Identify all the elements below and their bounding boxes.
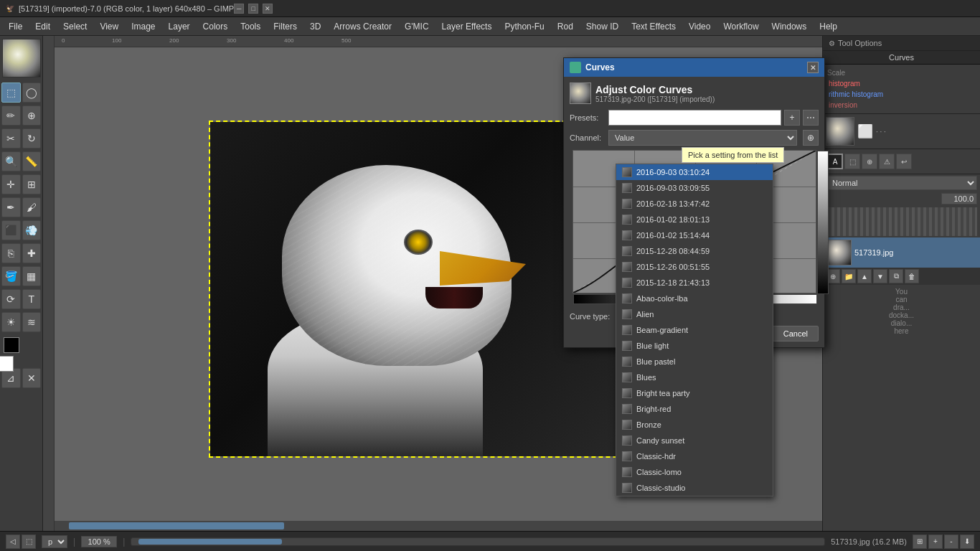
window-controls[interactable]: ─ □ ✕ xyxy=(234,4,273,14)
tool-measure[interactable]: 📏 xyxy=(22,151,42,171)
layer-row[interactable]: 517319.jpg xyxy=(823,237,980,268)
unit-selector[interactable]: px xyxy=(42,535,67,548)
tool-fill[interactable]: 🪣 xyxy=(1,266,21,286)
tool-rotate[interactable]: ↻ xyxy=(22,128,42,149)
tool-fuzzy-select[interactable]: ⊕ xyxy=(22,105,42,126)
layer-del-btn[interactable]: 🗑 xyxy=(905,269,919,283)
menu-workflow[interactable]: Workflow xyxy=(717,20,764,33)
icon-e[interactable]: ↩ xyxy=(896,154,912,169)
tool-airbrush[interactable]: 💨 xyxy=(22,220,42,240)
menu-edit[interactable]: Edit xyxy=(29,20,56,33)
menu-gmic[interactable]: G'MIC xyxy=(399,20,435,33)
tool-clone[interactable]: ⎘ xyxy=(1,243,21,263)
menu-image[interactable]: Image xyxy=(126,20,161,33)
menu-select[interactable]: Select xyxy=(57,20,93,33)
menu-colors[interactable]: Colors xyxy=(197,20,234,33)
cancel-btn[interactable]: Cancel xyxy=(773,326,819,342)
menu-3d[interactable]: 3D xyxy=(304,20,326,33)
menu-filters[interactable]: Filters xyxy=(268,20,303,33)
layer-down-btn[interactable]: ▼ xyxy=(873,269,887,283)
menu-show-id[interactable]: Show ID xyxy=(580,20,624,33)
channel-options-btn[interactable]: ⊕ xyxy=(803,130,819,146)
zoom-out-btn[interactable]: - xyxy=(944,534,958,549)
dropdown-item[interactable]: Candy sunset xyxy=(616,433,773,448)
icon-c[interactable]: ⊕ xyxy=(862,154,877,169)
dropdown-item[interactable]: Classic-lomo xyxy=(616,464,773,480)
tool-crop[interactable]: ✂ xyxy=(1,128,21,149)
menu-file[interactable]: File xyxy=(3,20,28,33)
canvas-scrollbar-thumb[interactable] xyxy=(69,522,284,529)
tool-ellipse-select[interactable]: ◯ xyxy=(22,83,42,103)
dropdown-item[interactable]: 2016-01-02 15:14:44 xyxy=(616,227,773,243)
menu-arrows[interactable]: Arrows Creator xyxy=(328,20,397,33)
tool-dodge[interactable]: ☀ xyxy=(1,312,21,332)
menu-windows[interactable]: Windows xyxy=(766,20,813,33)
mode-select[interactable]: Normal xyxy=(826,176,977,190)
channel-select[interactable]: Value Red Green Blue Alpha xyxy=(608,130,797,146)
minimize-btn[interactable]: ─ xyxy=(234,4,244,14)
dropdown-item[interactable]: Alien xyxy=(616,306,773,322)
presets-add-btn[interactable]: + xyxy=(784,110,800,126)
tool-lasso[interactable]: ✏ xyxy=(1,105,21,126)
dropdown-item[interactable]: Bright tea party xyxy=(616,385,773,401)
dropdown-item[interactable]: Abao-color-lba xyxy=(616,291,773,306)
dropdown-item[interactable]: Classic-hdr xyxy=(616,448,773,464)
nav-down-btn[interactable]: ⬇ xyxy=(960,534,974,549)
menu-help[interactable]: Help xyxy=(814,20,843,33)
tool-rect-select[interactable]: ⬚ xyxy=(1,83,21,103)
tool-smudge[interactable]: ≋ xyxy=(22,312,42,332)
maximize-btn[interactable]: □ xyxy=(248,4,258,14)
background-color-swatch[interactable] xyxy=(0,356,14,372)
zoom-fit-btn[interactable]: ⊞ xyxy=(913,534,927,549)
dropdown-item[interactable]: Blues xyxy=(616,369,773,385)
menu-python-fu[interactable]: Python-Fu xyxy=(499,20,550,33)
tool-extra-b[interactable]: ✕ xyxy=(22,368,42,388)
presets-input[interactable] xyxy=(608,110,781,126)
foreground-color-swatch[interactable] xyxy=(4,337,19,353)
tool-brush[interactable]: 🖌 xyxy=(22,197,42,217)
tool-align[interactable]: ⊞ xyxy=(22,174,42,194)
layer-dup-btn[interactable]: ⧉ xyxy=(889,269,903,283)
layer-up-btn[interactable]: ▲ xyxy=(857,269,872,283)
horizontal-scrollbar[interactable] xyxy=(131,537,825,546)
menu-rod[interactable]: Rod xyxy=(552,20,579,33)
icon-a[interactable]: A xyxy=(827,154,843,169)
dropdown-item[interactable]: Beam-gradient xyxy=(616,322,773,338)
dropdown-item[interactable]: 2016-09-03 03:09:55 xyxy=(616,180,773,196)
tool-text[interactable]: T xyxy=(22,289,42,309)
menu-view[interactable]: View xyxy=(94,20,124,33)
tool-blend[interactable]: ▦ xyxy=(22,266,42,286)
dropdown-item[interactable]: Bronze xyxy=(616,417,773,433)
dropdown-item[interactable]: 2016-02-18 13:47:42 xyxy=(616,196,773,212)
menu-layer[interactable]: Layer xyxy=(163,20,196,33)
status-nav-left[interactable]: ◁ xyxy=(6,534,20,549)
curves-close-btn[interactable]: ✕ xyxy=(807,62,819,73)
dropdown-item[interactable]: Blue pastel xyxy=(616,354,773,369)
canvas-scrollbar[interactable] xyxy=(55,521,822,531)
dropdown-item[interactable]: 2015-12-18 21:43:13 xyxy=(616,275,773,291)
dropdown-item[interactable]: Blue light xyxy=(616,338,773,354)
menu-layer-effects[interactable]: Layer Effects xyxy=(436,20,498,33)
menu-tools[interactable]: Tools xyxy=(235,20,266,33)
icon-d[interactable]: ⚠ xyxy=(879,154,895,169)
tool-zoom[interactable]: 🔍 xyxy=(1,151,21,171)
dropdown-item[interactable]: 2016-09-03 03:10:24 xyxy=(616,164,773,180)
dropdown-item[interactable]: Classic-studio xyxy=(616,480,773,496)
status-nav-grid[interactable]: ⬚ xyxy=(22,534,36,549)
presets-options-btn[interactable]: ⋯ xyxy=(803,110,819,126)
menu-video[interactable]: Video xyxy=(683,20,716,33)
layer-group-btn[interactable]: 📁 xyxy=(842,269,856,283)
dropdown-item[interactable]: 2015-12-26 00:51:55 xyxy=(616,259,773,275)
dropdown-item[interactable]: 2016-01-02 18:01:13 xyxy=(616,212,773,227)
tool-path[interactable]: ⟳ xyxy=(1,289,21,309)
dropdown-item[interactable]: 2015-12-28 08:44:59 xyxy=(616,243,773,259)
tool-move[interactable]: ✛ xyxy=(1,174,21,194)
dropdown-item[interactable]: Bright-red xyxy=(616,401,773,417)
tool-eraser[interactable]: ⬛ xyxy=(1,220,21,240)
menu-text-effects[interactable]: Text Effects xyxy=(626,20,682,33)
tool-heal[interactable]: ✚ xyxy=(22,243,42,263)
zoom-input[interactable] xyxy=(81,536,117,547)
scrollbar-thumb[interactable] xyxy=(138,539,282,545)
close-btn[interactable]: ✕ xyxy=(263,4,273,14)
tool-pencil[interactable]: ✒ xyxy=(1,197,21,217)
